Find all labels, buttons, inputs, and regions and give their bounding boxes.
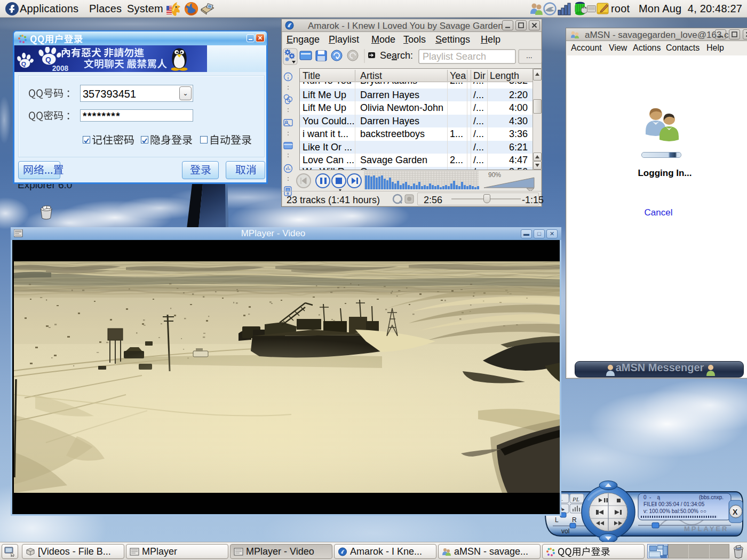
svg-text:90%: 90% bbox=[488, 171, 501, 179]
svg-text:Q: Q bbox=[21, 60, 26, 67]
svg-text:FІLE‖ 00:35:04 / 01:34:05: FІLE‖ 00:35:04 / 01:34:05 bbox=[643, 501, 705, 507]
svg-text:Search:: Search: bbox=[380, 50, 413, 61]
svg-text:R: R bbox=[572, 516, 577, 524]
svg-text:PL: PL bbox=[572, 496, 579, 502]
svg-text:vol: vol bbox=[561, 527, 569, 535]
svg-text:Playlist Search: Playlist Search bbox=[423, 51, 486, 62]
svg-text:X: X bbox=[733, 508, 738, 516]
svg-text:0 - ą: 0 - ą bbox=[643, 494, 661, 500]
svg-text:v: 100.00% bal:50.00% ○○: v: 100.00% bal:50.00% ○○ bbox=[643, 508, 706, 514]
svg-text:L: L bbox=[555, 516, 559, 524]
svg-text:(bbs.cnxp.: (bbs.cnxp. bbox=[699, 494, 724, 500]
svg-text:...: ... bbox=[526, 51, 533, 60]
svg-text:MPLAYER: MPLAYER bbox=[684, 525, 728, 533]
svg-text:2008: 2008 bbox=[52, 65, 69, 72]
svg-text:Q: Q bbox=[45, 56, 51, 64]
